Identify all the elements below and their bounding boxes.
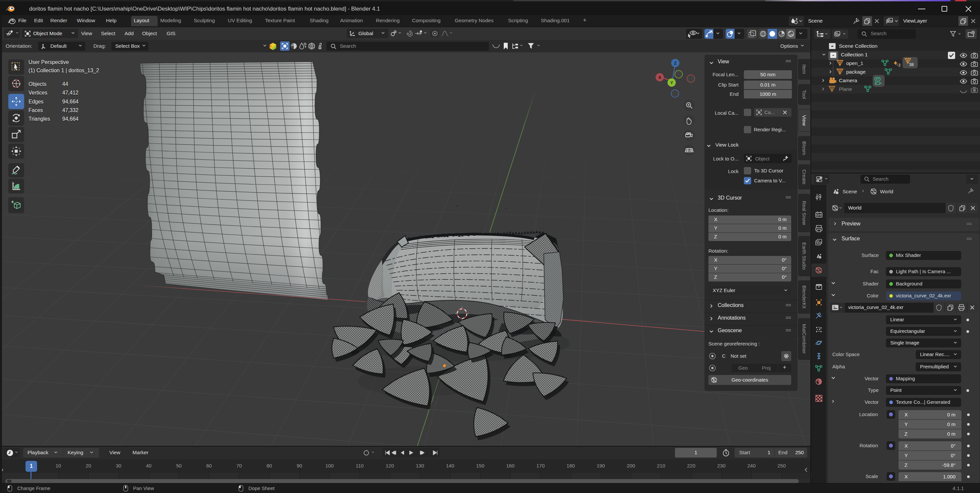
- svg-text:Z: Z: [674, 61, 677, 65]
